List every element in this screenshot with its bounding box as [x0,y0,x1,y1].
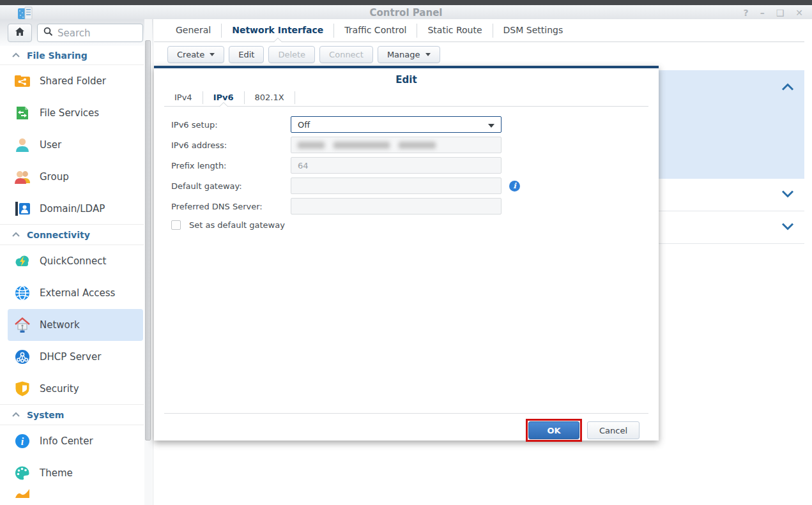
dialog-tab-ipv6[interactable]: IPv6 [203,89,244,106]
chevron-up-icon[interactable] [780,82,795,94]
select-caret-icon [488,124,494,128]
ipv6-address-field [291,137,502,153]
maximize-icon[interactable]: ❑ [776,8,785,18]
close-icon[interactable]: ✕ [795,8,803,18]
group-icon [14,169,31,185]
info-icon[interactable]: i [509,181,520,192]
sidebar-item-domain-ldap[interactable]: Domain/LDAP [8,193,143,225]
svg-text:i: i [21,436,24,447]
sidebar-section-file-sharing[interactable]: File Sharing [0,46,144,65]
desktop-taskbar-strip [0,0,812,5]
quickconnect-icon [14,253,31,269]
sidebar-item-theme[interactable]: Theme [8,457,143,489]
tab-dsm-settings[interactable]: DSM Settings [493,19,574,41]
tab-divider [295,91,295,104]
sidebar-nav: File Sharing Shared Folder File Services [0,46,144,505]
tab-general[interactable]: General [165,19,221,41]
dropdown-caret-icon [425,53,431,56]
minimize-icon[interactable]: – [760,8,765,18]
sidebar-item-partial[interactable] [8,489,144,505]
tab-network-interface[interactable]: Network Interface [222,19,333,41]
sidebar-item-external-access[interactable]: External Access [8,277,143,309]
dialog-tab-ipv4[interactable]: IPv4 [164,89,203,106]
delete-button[interactable]: Delete [268,46,315,63]
toolbar: Create Edit Delete Connect Manage [154,46,440,65]
shared-folder-icon [14,73,31,89]
create-button[interactable]: Create [167,46,224,63]
sidebar-scrollbar[interactable] [144,19,152,505]
external-access-icon [14,285,31,301]
sidebar-item-dhcp-server[interactable]: DHCP Server [8,341,143,373]
chevron-up-icon [11,232,20,237]
sidebar-item-file-services[interactable]: File Services [8,97,143,129]
redacted-value [298,142,436,149]
edit-button[interactable]: Edit [229,46,264,63]
dialog-tab-8021x[interactable]: 802.1X [245,89,295,106]
dialog-tabbar: IPv4 IPv6 802.1X [164,89,648,107]
sidebar-item-info-center[interactable]: i Info Center [8,425,143,457]
footer-divider [164,413,648,414]
sidebar-item-group[interactable]: Group [8,161,143,193]
preferred-dns-field [291,198,502,215]
ok-button[interactable]: OK [528,421,579,439]
search-input[interactable]: Search [37,24,143,42]
cancel-button[interactable]: Cancel [587,421,640,439]
home-icon [15,27,25,39]
main-tabbar: General Network Interface Traffic Contro… [154,19,804,42]
ok-button-highlight: OK [526,419,582,442]
file-services-icon [14,105,31,121]
search-icon [43,27,53,39]
edit-dialog: Edit IPv4 IPv6 802.1X IPv6 setup: Off IP… [154,66,659,441]
default-gateway-label: Default gateway: [171,181,291,191]
sidebar-item-network[interactable]: Network [8,309,143,341]
partial-icon [14,489,31,499]
prefix-length-label: Prefix length: [171,161,291,170]
default-gateway-field [291,177,502,194]
ipv6-setup-select[interactable]: Off [291,116,502,133]
manage-button[interactable]: Manage [378,46,440,63]
user-icon [14,137,31,153]
chevron-up-icon [11,52,20,58]
sidebar-section-system[interactable]: System [0,404,144,425]
sidebar-header: Search [0,19,153,46]
home-button[interactable] [8,24,32,42]
network-icon [14,317,31,333]
ipv6-address-label: IPv6 address: [171,140,291,150]
prefix-length-field: 64 [291,157,502,174]
dhcp-server-icon [14,349,31,365]
default-gateway-checkbox-row: Set as default gateway [171,220,285,230]
security-icon [14,381,31,397]
sidebar-item-shared-folder[interactable]: Shared Folder [8,65,143,97]
window-title: Control Panel [0,5,812,20]
chevron-up-icon [11,412,20,418]
ipv6-setup-label: IPv6 setup: [171,120,291,130]
tab-traffic-control[interactable]: Traffic Control [334,19,417,41]
sidebar-item-user[interactable]: User [8,129,143,161]
info-center-icon: i [14,433,31,449]
sidebar-item-quickconnect[interactable]: QuickConnect [8,245,143,277]
window-titlebar: Control Panel ? – ❑ ✕ [0,5,812,20]
theme-icon [14,465,31,481]
sidebar-section-connectivity[interactable]: Connectivity [0,224,144,245]
search-placeholder: Search [57,27,91,39]
help-icon[interactable]: ? [744,8,749,18]
tab-static-route[interactable]: Static Route [417,19,492,41]
connect-button[interactable]: Connect [319,46,373,63]
chevron-down-icon[interactable] [780,189,795,201]
scrollbar-thumb[interactable] [145,40,151,441]
checkbox-label: Set as default gateway [189,220,285,230]
chevron-down-icon[interactable] [780,222,795,234]
domain-ldap-icon [14,200,31,217]
sidebar-item-security[interactable]: Security [8,373,143,405]
set-default-gateway-checkbox[interactable] [171,220,181,230]
preferred-dns-label: Preferred DNS Server: [171,202,291,211]
dropdown-caret-icon [210,53,215,56]
dialog-title: Edit [154,74,659,86]
